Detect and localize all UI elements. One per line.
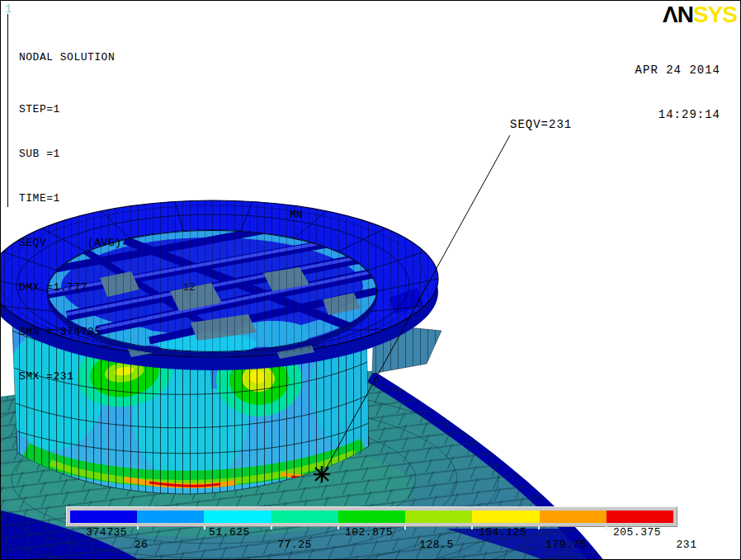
legend-value: 102.875 — [345, 526, 393, 539]
mx-marker — [314, 466, 330, 482]
legend-value: 26 — [135, 539, 149, 551]
colorbar-tick — [606, 526, 607, 529]
result-line-smx: SMX =231 — [19, 369, 122, 384]
legend-value: 128.5 — [419, 539, 454, 551]
legend-value: 179.75 — [545, 539, 587, 551]
result-line-sub: SUB =1 — [19, 147, 122, 162]
ansys-logo-black: ΛN — [663, 2, 693, 27]
plot-number: 1 — [5, 2, 12, 16]
colorbar-segment — [271, 511, 338, 523]
result-line-smn: SMN =.374735 — [19, 325, 122, 340]
colorbar-tick — [471, 526, 473, 529]
datetime-stamp: APR 24 2014 14:29:14 — [635, 33, 720, 152]
colorbar-segment — [338, 511, 405, 523]
entity-number-label: 12 — [183, 282, 195, 294]
contour-legend — [66, 506, 677, 527]
colorbar-tick — [404, 526, 406, 529]
legend-value: 51.625 — [209, 526, 250, 539]
result-line-dmx: DMX =1.777 — [19, 280, 122, 295]
colorbar-segment — [405, 511, 472, 523]
result-title: NODAL SOLUTION — [19, 50, 122, 65]
min-node-label: MN — [290, 209, 303, 221]
colorbar-tick — [204, 526, 205, 529]
time-label: 14:29:14 — [635, 107, 720, 122]
legend-value: .374735 — [79, 526, 127, 539]
colorbar-tick — [271, 526, 272, 529]
colorbar-segment — [137, 511, 204, 523]
legend-value: 231 — [677, 539, 697, 551]
result-line-time: TIME=1 — [19, 191, 122, 206]
result-info-block: NODAL SOLUTION STEP=1 SUB =1 TIME=1 SEQV… — [19, 21, 122, 414]
ansys-logo: ΛNSYS — [663, 2, 737, 28]
colorbar-tick — [538, 526, 540, 529]
contour-colorbar — [70, 511, 673, 523]
ansys-graphics-window: 1 NODAL SOLUTION STEP=1 SUB =1 TIME=1 SE… — [0, 0, 741, 560]
colorbar-segment — [472, 511, 539, 523]
legend-value: 154.125 — [479, 526, 526, 539]
result-line-step: STEP=1 — [19, 102, 122, 117]
ansys-logo-yellow: SYS — [693, 2, 737, 27]
result-line-seqv: SEQV (AVG) — [19, 236, 122, 251]
colorbar-segment — [540, 511, 606, 523]
legend-value: 77.25 — [277, 539, 312, 551]
date-label: APR 24 2014 — [635, 63, 720, 78]
colorbar-tick — [137, 526, 139, 529]
legend-value: 205.375 — [613, 526, 661, 539]
max-stress-callout: SEQV=231 — [510, 118, 572, 131]
colorbar-tick — [337, 526, 339, 529]
colorbar-segment — [204, 511, 271, 523]
colorbar-segment — [606, 511, 673, 523]
colorbar-segment — [70, 511, 137, 523]
